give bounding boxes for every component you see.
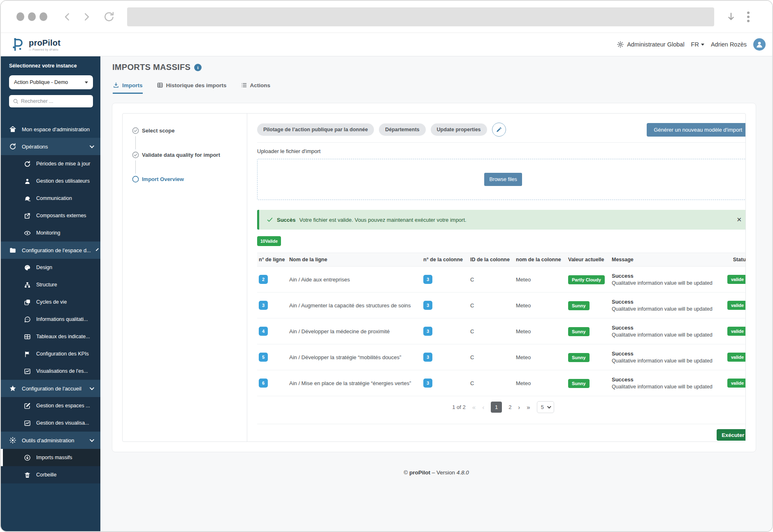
- page-1-button[interactable]: 1: [491, 402, 502, 413]
- sidebar-item-cycles[interactable]: Cycles de vie: [1, 293, 100, 311]
- valid-count-badge[interactable]: 10Valide: [257, 236, 281, 246]
- avatar[interactable]: [753, 38, 766, 51]
- sidebar-section-config-espace[interactable]: Configuration de l'espace d...: [1, 242, 100, 259]
- table-row: 3 Ain / Augmenter la capacité des struct…: [257, 293, 746, 318]
- next-page-button[interactable]: ›: [518, 404, 520, 411]
- generate-template-button[interactable]: Générer un nouveau modèle d'import: [647, 123, 746, 137]
- sidebar-section-config-accueil[interactable]: Configuration de l'accueil: [1, 380, 100, 397]
- sidebar-item-imports-massifs[interactable]: Imports massifs: [1, 449, 100, 466]
- window-close-button[interactable]: [16, 12, 24, 21]
- reload-icon[interactable]: [103, 11, 115, 23]
- tab-label: Imports: [122, 82, 143, 88]
- sidebar-item-label: Informations qualitati...: [36, 316, 88, 322]
- sidebar-item-corbeille[interactable]: Corbeille: [1, 466, 100, 483]
- alert-message: Votre fichier est valide. Vous pouvez ma…: [299, 217, 467, 223]
- chevron-down-icon: [90, 144, 94, 148]
- tab-historique[interactable]: Historique des imports: [157, 82, 227, 94]
- sidebar-item-tableaux[interactable]: Tableaux des indicate...: [1, 328, 100, 345]
- sidebar-item-structure[interactable]: Structure: [1, 276, 100, 293]
- sidebar-item-periodes[interactable]: Périodes de mise à jour: [1, 155, 100, 172]
- column-id: C: [470, 276, 516, 283]
- tab-actions[interactable]: Actions: [241, 82, 271, 94]
- sidebar-item-communication[interactable]: Communication: [1, 190, 100, 207]
- table-icon: [24, 333, 31, 340]
- sidebar-item-label: Gestion des espaces ...: [36, 403, 90, 409]
- sidebar-item-kpis[interactable]: Configuration des KPIs: [1, 345, 100, 362]
- step-validate-quality[interactable]: Validate data quality for import: [132, 151, 247, 159]
- browse-files-button[interactable]: Browse files: [484, 173, 522, 186]
- tab-imports[interactable]: Imports: [113, 82, 143, 94]
- message-detail: Qualitative information value will be up…: [612, 384, 727, 390]
- line-number-badge: 3: [259, 301, 268, 310]
- column-header: n° de ligne: [257, 257, 289, 263]
- sidebar-item-label: Configuration des KPIs: [36, 351, 89, 357]
- page-title: IMPORTS MASSIFS: [112, 63, 190, 72]
- search-input[interactable]: [21, 98, 89, 104]
- page-2-button[interactable]: 2: [508, 404, 511, 410]
- message-detail: Qualitative information value will be up…: [612, 306, 727, 312]
- step-select-scope[interactable]: Select scope: [132, 127, 247, 135]
- pagination-info: 1 of 2: [452, 404, 466, 410]
- user-name[interactable]: Adrien Rozès: [711, 41, 747, 48]
- gear-icon[interactable]: [617, 41, 624, 48]
- sidebar-section-operations[interactable]: Opérations: [1, 138, 100, 155]
- step-import-overview[interactable]: Import Overview: [132, 175, 247, 183]
- table-row: 6 Ain / Mise en place de la stratégie “é…: [257, 370, 746, 396]
- sidebar-item-gestion-visualisations[interactable]: Gestion des visualisa...: [1, 414, 100, 432]
- sidebar-item-design[interactable]: Design: [1, 259, 100, 276]
- close-icon[interactable]: ✕: [737, 216, 742, 223]
- gear-icon: [9, 437, 16, 444]
- page-size-select[interactable]: 5: [537, 401, 554, 413]
- column-number-badge: 3: [423, 353, 432, 362]
- edit-scope-button[interactable]: [492, 123, 506, 137]
- status-badge: valide: [727, 327, 746, 336]
- line-number-badge: 4: [259, 327, 268, 336]
- column-number-badge: 3: [423, 379, 432, 388]
- info-icon[interactable]: i: [194, 64, 202, 71]
- main-content: IMPORTS MASSIFS i Imports Historique des…: [100, 56, 772, 532]
- sidebar-section-outils-admin[interactable]: Outils d'administration: [1, 432, 100, 449]
- file-dropzone[interactable]: Browse files: [257, 159, 746, 200]
- sidebar-item-label: Imports massifs: [36, 455, 72, 460]
- external-link-icon: [24, 212, 31, 219]
- kebab-menu-icon[interactable]: [747, 12, 750, 22]
- scope-chips-row: Pilotage de l’action publique par la don…: [257, 123, 746, 137]
- pagination: 1 of 2 « ‹ 1 2 › » 5: [257, 401, 746, 413]
- sidebar-item-label: Outils d'administration: [22, 437, 74, 444]
- sidebar-item-label: Gestion des visualisa...: [36, 420, 89, 426]
- step-label: Select scope: [142, 128, 175, 134]
- sidebar-item-mon-espace[interactable]: Mon espace d'administration: [1, 121, 100, 138]
- first-page-button[interactable]: «: [472, 404, 476, 411]
- forward-icon[interactable]: [81, 12, 92, 22]
- language-selector[interactable]: FR: [691, 41, 704, 48]
- sidebar-item-monitoring[interactable]: Monitoring: [1, 224, 100, 242]
- instance-select[interactable]: Action Publique - Demo: [9, 75, 93, 89]
- import-card: Select scope Validate data quality for i…: [112, 103, 756, 452]
- download-icon[interactable]: [726, 12, 736, 22]
- step-connector: [135, 160, 247, 174]
- sidebar-item-infos-qualitatives[interactable]: Informations qualitati...: [1, 311, 100, 328]
- sidebar-item-utilisateurs[interactable]: Gestion des utilisateurs: [1, 172, 100, 190]
- footer-version-label: – Version: [432, 469, 455, 476]
- instance-label: Sélectionnez votre instance: [9, 63, 93, 69]
- sidebar-item-gestion-espaces[interactable]: Gestion des espaces ...: [1, 397, 100, 414]
- status-badge: valide: [727, 275, 746, 284]
- window-minimize-button[interactable]: [28, 12, 36, 21]
- brand-name: proPilot: [29, 38, 60, 48]
- sidebar-item-composants[interactable]: Composants externes: [1, 207, 100, 224]
- last-page-button[interactable]: »: [527, 404, 530, 411]
- sidebar-item-visualisations[interactable]: Visualisations de l'es...: [1, 362, 100, 380]
- prev-page-button[interactable]: ‹: [482, 404, 484, 411]
- message-title: Success: [612, 325, 727, 331]
- message-title: Success: [612, 273, 727, 279]
- line-name: Ain / Développer la médecine de proximit…: [289, 328, 423, 335]
- execute-button[interactable]: Exécuter: [717, 429, 746, 441]
- chevron-down-icon: [547, 404, 551, 409]
- comment-dots-icon: [24, 316, 31, 323]
- pencil-icon: [496, 127, 502, 133]
- window-maximize-button[interactable]: [39, 12, 47, 21]
- column-id: C: [470, 302, 516, 309]
- download-circle-icon: [24, 454, 31, 461]
- url-bar[interactable]: [127, 7, 714, 26]
- back-icon[interactable]: [62, 12, 73, 22]
